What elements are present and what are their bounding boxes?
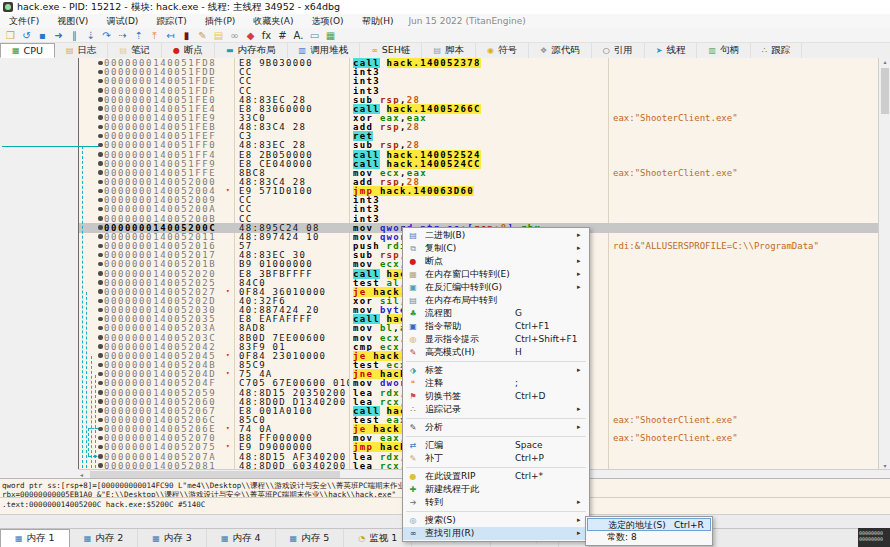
breakpoint-dot-icon[interactable] bbox=[98, 170, 103, 175]
breakpoint-dot-icon[interactable] bbox=[98, 335, 103, 340]
breakpoint-dot-icon[interactable] bbox=[98, 289, 103, 294]
breakpoint-dot-icon[interactable] bbox=[98, 88, 103, 93]
tab-threads[interactable]: ➤线程 bbox=[645, 43, 698, 58]
font-icon[interactable]: A. bbox=[291, 29, 306, 42]
scrollbar-thumb[interactable] bbox=[881, 68, 889, 114]
submenu-item-selected-address[interactable]: 选定的地址(S)Ctrl+R bbox=[587, 518, 711, 531]
debug-engine-icon[interactable]: ▮ bbox=[179, 29, 194, 42]
breakpoint-dot-icon[interactable] bbox=[98, 280, 103, 285]
notes-icon[interactable]: ▤ bbox=[211, 29, 226, 42]
tab-source[interactable]: ❖源代码 bbox=[529, 43, 592, 58]
menu-item-goto[interactable]: ➔转到▸ bbox=[403, 496, 589, 509]
run-to-user-code-icon[interactable]: ⤒ bbox=[147, 29, 162, 42]
breakpoint-dot-icon[interactable] bbox=[98, 399, 103, 404]
tab-cpu[interactable]: ▦CPU bbox=[0, 43, 55, 58]
tab-references[interactable]: ○引用 bbox=[592, 43, 645, 58]
computer-icon[interactable]: ▭ bbox=[307, 29, 322, 42]
breakpoint-dot-icon[interactable] bbox=[98, 344, 103, 349]
bottom-tab-memory-4[interactable]: ▦内存 4 bbox=[207, 529, 276, 547]
breakpoint-dot-icon[interactable] bbox=[98, 390, 103, 395]
menu-item-breakpoint[interactable]: ●断点▸ bbox=[403, 255, 589, 268]
tab-breakpoints[interactable]: ●断点 bbox=[162, 43, 215, 58]
open-folder-icon[interactable]: ❐ bbox=[3, 29, 18, 42]
submenu-item-constant[interactable]: 常数: 8 bbox=[587, 531, 711, 544]
breakpoint-dot-icon[interactable] bbox=[98, 79, 103, 84]
breakpoint-dot-icon[interactable] bbox=[98, 70, 103, 75]
menubar-item[interactable]: 收藏夹(A) bbox=[244, 14, 302, 28]
bottom-tab-memory-1[interactable]: ▦内存 1 bbox=[0, 529, 70, 547]
breakpoint-dot-icon[interactable] bbox=[98, 418, 103, 423]
tab-call-stack[interactable]: ▥调用堆栈 bbox=[288, 43, 361, 58]
menu-item-search[interactable]: ◎搜索(S)▸ bbox=[403, 514, 589, 527]
menu-item-assemble[interactable]: ⇄汇编Space bbox=[403, 439, 589, 452]
breakpoint-dot-icon[interactable] bbox=[98, 454, 103, 459]
menubar-item[interactable]: 文件(F) bbox=[0, 14, 48, 28]
eraser-icon[interactable]: ◆ bbox=[243, 29, 258, 42]
vertical-scrollbar[interactable]: ▴▾ bbox=[878, 58, 890, 469]
menu-item-binary[interactable]: ▤二进制(B)▸ bbox=[403, 229, 589, 242]
menubar-item[interactable]: 跟踪(T) bbox=[147, 14, 196, 28]
breakpoint-dot-icon[interactable] bbox=[98, 115, 103, 120]
breakpoint-dot-icon[interactable] bbox=[98, 198, 103, 203]
menubar-item[interactable]: 调试(D) bbox=[97, 14, 147, 28]
tab-trace[interactable]: ∴跟踪 bbox=[751, 43, 802, 58]
tab-seh[interactable]: ∞SEH链 bbox=[360, 43, 422, 58]
step-back-icon[interactable]: ↤ bbox=[163, 29, 178, 42]
breakpoint-dot-icon[interactable] bbox=[98, 207, 103, 212]
scroll-left-icon[interactable]: ◂ bbox=[80, 471, 83, 478]
memory-chip-icon[interactable]: ▦ bbox=[323, 29, 338, 42]
breakpoint-dot-icon[interactable] bbox=[98, 216, 103, 221]
step-into-icon[interactable]: ⇣ bbox=[83, 29, 98, 42]
breakpoint-dot-icon[interactable] bbox=[98, 189, 103, 194]
title-bar[interactable]: hack.exe - PID: 15212 - 模块: hack.exe - 线… bbox=[0, 0, 890, 14]
breakpoint-dot-icon[interactable] bbox=[98, 381, 103, 386]
menu-item-toggle-bookmark[interactable]: ⚑切换书签Ctrl+D bbox=[403, 390, 589, 403]
tab-notes[interactable]: ▤笔记 bbox=[108, 43, 162, 58]
step-over-icon[interactable]: ↷ bbox=[99, 29, 114, 42]
restart-icon[interactable]: ↺ bbox=[19, 29, 34, 42]
step-out-icon[interactable]: ⇡ bbox=[131, 29, 146, 42]
menu-item-analysis[interactable]: ✎分析▸ bbox=[403, 421, 589, 434]
breakpoint-dot-icon[interactable] bbox=[98, 445, 103, 450]
bottom-tab-memory-3[interactable]: ▦内存 3 bbox=[138, 529, 207, 547]
menu-item-goto-memory-map[interactable]: ▤在内存布局中转到 bbox=[403, 294, 589, 307]
breakpoint-dot-icon[interactable] bbox=[98, 97, 103, 102]
breakpoint-dot-icon[interactable] bbox=[98, 427, 103, 432]
breakpoint-dot-icon[interactable] bbox=[98, 363, 103, 368]
breakpoint-dot-icon[interactable] bbox=[98, 61, 103, 66]
tab-script[interactable]: ▤脚本 bbox=[422, 43, 476, 58]
menu-item-trace-record[interactable]: ∴追踪记录▸ bbox=[403, 403, 589, 416]
fx-icon[interactable]: fx bbox=[259, 29, 274, 42]
breakpoint-dot-icon[interactable] bbox=[98, 244, 103, 249]
breakpoint-dot-icon[interactable] bbox=[98, 463, 103, 468]
stop-icon[interactable]: ▪ bbox=[35, 29, 50, 42]
run-until-return-icon[interactable]: ⇢ bbox=[115, 29, 130, 42]
menu-item-set-rip-here[interactable]: ●在此设置RIPCtrl+* bbox=[403, 470, 589, 483]
menu-item-comment[interactable]: ❝注释; bbox=[403, 377, 589, 390]
run-icon[interactable]: ➜ bbox=[51, 29, 66, 42]
breakpoint-dot-icon[interactable] bbox=[98, 408, 103, 413]
breakpoint-dot-icon[interactable] bbox=[98, 180, 103, 185]
breakpoint-dot-icon[interactable] bbox=[98, 436, 103, 441]
breakpoint-dot-icon[interactable] bbox=[98, 253, 103, 258]
tab-memory-map[interactable]: ▬内存布局 bbox=[215, 43, 288, 58]
menubar-item[interactable]: 帮助(H) bbox=[353, 14, 403, 28]
menubar-item[interactable]: 选项(O) bbox=[303, 14, 353, 28]
breakpoint-dot-icon[interactable] bbox=[98, 262, 103, 267]
tab-symbols[interactable]: ◉符号 bbox=[476, 43, 529, 58]
menu-item-instruction-help[interactable]: ▣指令帮助Ctrl+F1 bbox=[403, 320, 589, 333]
breakpoint-dot-icon[interactable] bbox=[98, 326, 103, 331]
menu-item-highlighting-mode[interactable]: ✎高亮模式(H)H bbox=[403, 346, 589, 359]
menu-item-graph[interactable]: ♣流程图G bbox=[403, 307, 589, 320]
breakpoint-dot-icon[interactable] bbox=[98, 308, 103, 313]
breakpoint-dot-icon[interactable] bbox=[98, 271, 103, 276]
menubar-item[interactable]: 视图(V) bbox=[48, 14, 97, 28]
menu-item-label[interactable]: ⬗标签▸ bbox=[403, 364, 589, 377]
menu-item-goto-memory-window[interactable]: ▦在内存窗口中转到(E)▸ bbox=[403, 268, 589, 281]
menu-item-find-references[interactable]: ∞查找引用(R)▸ bbox=[403, 527, 589, 540]
breakpoint-dot-icon[interactable] bbox=[98, 234, 103, 239]
tab-handles[interactable]: ▥句柄 bbox=[697, 43, 751, 58]
link-icon[interactable]: ∞ bbox=[227, 29, 242, 42]
menu-item-new-thread-here[interactable]: ✚新建线程于此 bbox=[403, 483, 589, 496]
hash-icon[interactable]: # bbox=[275, 29, 290, 42]
